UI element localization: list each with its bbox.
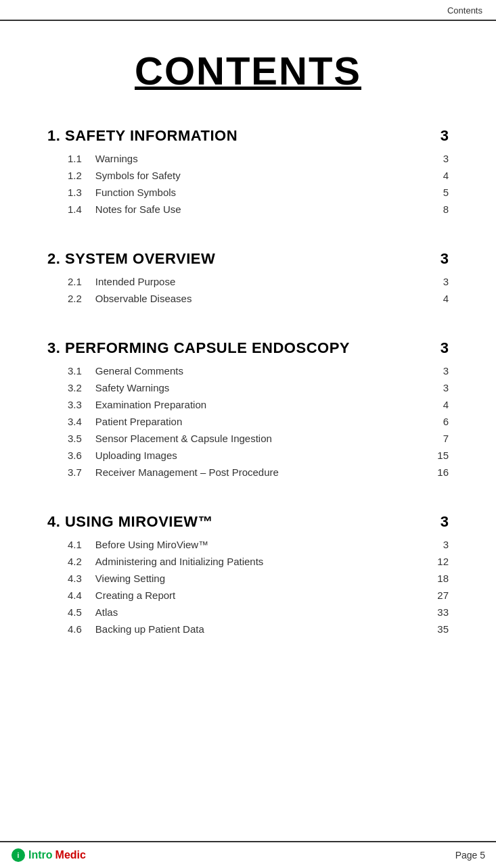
subsection-4-4-title: Creating a Report — [95, 589, 175, 601]
subsection-1-2: 1.2Symbols for Safety4 — [47, 167, 449, 184]
subsection-4-1-number: 4.1 — [68, 539, 82, 550]
subsection-2-2: 2.2Observable Diseases4 — [47, 290, 449, 307]
subsection-3-2-page: 3 — [428, 382, 449, 393]
subsection-3-7-title: Receiver Management – Post Procedure — [95, 466, 279, 478]
footer-bar: i IntroMedic Page 5 — [0, 841, 496, 868]
subsection-3-7-number: 3.7 — [68, 466, 82, 478]
section-1-header: 1. SAFETY INFORMATION3 — [47, 127, 449, 145]
subsection-4-1-title: Before Using MiroView™ — [95, 539, 208, 550]
subsection-4-5-title: Atlas — [95, 606, 118, 618]
subsection-3-1-page: 3 — [428, 365, 449, 377]
subsection-1-4-number: 1.4 — [68, 203, 82, 215]
subsection-1-4-page: 8 — [428, 203, 449, 215]
subsection-4-1-page: 3 — [428, 539, 449, 550]
section-1: 1. SAFETY INFORMATION31.1Warnings31.2Sym… — [47, 127, 449, 218]
subsection-3-3-number: 3.3 — [68, 399, 82, 410]
subsection-4-3-title: Viewing Setting — [95, 573, 165, 584]
subsection-3-6-number: 3.6 — [68, 450, 82, 461]
subsection-2-1-number: 2.1 — [68, 276, 82, 287]
subsection-4-3: 4.3Viewing Setting18 — [47, 570, 449, 587]
subsection-4-2-page: 12 — [428, 556, 449, 567]
subsection-3-1-title: General Comments — [95, 365, 183, 377]
subsection-3-1: 3.1General Comments3 — [47, 362, 449, 379]
subsection-1-3-title: Function Symbols — [95, 187, 176, 198]
subsection-3-6-title: Uploading Images — [95, 450, 177, 461]
subsection-3-1-number: 3.1 — [68, 365, 82, 377]
footer-logo: i IntroMedic — [11, 848, 86, 863]
subsection-2-2-page: 4 — [428, 293, 449, 304]
subsection-4-1: 4.1Before Using MiroView™3 — [47, 536, 449, 553]
subsection-3-5-title: Sensor Placement & Capsule Ingestion — [95, 433, 272, 444]
section-2-title: 2. SYSTEM OVERVIEW — [47, 250, 215, 268]
section-4-title: 4. USING MIROVIEW™ — [47, 513, 213, 531]
logo-intro-text: Intro — [28, 849, 53, 861]
subsection-3-5: 3.5Sensor Placement & Capsule Ingestion7 — [47, 430, 449, 447]
subsection-4-2: 4.2Administering and Initializing Patien… — [47, 553, 449, 570]
subsection-4-3-page: 18 — [428, 573, 449, 584]
subsection-1-1-title: Warnings — [95, 153, 138, 164]
subsection-3-5-number: 3.5 — [68, 433, 82, 444]
section-4-page: 3 — [441, 513, 449, 531]
subsection-4-6-title: Backing up Patient Data — [95, 623, 204, 635]
subsection-1-3-number: 1.3 — [68, 187, 82, 198]
section-1-title: 1. SAFETY INFORMATION — [47, 127, 238, 145]
section-2: 2. SYSTEM OVERVIEW32.1Intended Purpose32… — [47, 250, 449, 307]
subsection-4-6-page: 35 — [428, 623, 449, 635]
intromedic-logo-icon: i — [11, 848, 26, 863]
subsection-4-6-number: 4.6 — [68, 623, 82, 635]
subsection-3-2-number: 3.2 — [68, 382, 82, 393]
subsection-3-2: 3.2Safety Warnings3 — [47, 379, 449, 396]
subsection-3-4-page: 6 — [428, 416, 449, 427]
subsection-3-4-title: Patient Preparation — [95, 416, 182, 427]
section-4-header: 4. USING MIROVIEW™3 — [47, 513, 449, 531]
subsection-3-3-page: 4 — [428, 399, 449, 410]
subsection-4-5-number: 4.5 — [68, 606, 82, 618]
footer-page: Page 5 — [455, 850, 485, 861]
subsection-4-4-page: 27 — [428, 589, 449, 601]
subsection-4-4-number: 4.4 — [68, 589, 82, 601]
subsection-1-2-title: Symbols for Safety — [95, 170, 181, 181]
subsection-3-3: 3.3Examination Preparation4 — [47, 396, 449, 413]
section-3-title: 3. PERFORMING CAPSULE ENDOSCOPY — [47, 339, 350, 357]
subsection-1-1: 1.1Warnings3 — [47, 150, 449, 167]
subsection-2-1-page: 3 — [428, 276, 449, 287]
header-text: Contents — [447, 5, 482, 16]
subsection-1-1-number: 1.1 — [68, 153, 82, 164]
subsection-2-1-title: Intended Purpose — [95, 276, 175, 287]
section-2-page: 3 — [441, 250, 449, 268]
subsection-4-5-page: 33 — [428, 606, 449, 618]
section-1-page: 3 — [441, 127, 449, 145]
subsection-1-2-page: 4 — [428, 170, 449, 181]
section-3-page: 3 — [441, 339, 449, 357]
subsection-3-4-number: 3.4 — [68, 416, 82, 427]
subsection-3-4: 3.4Patient Preparation6 — [47, 413, 449, 430]
subsection-2-2-title: Observable Diseases — [95, 293, 192, 304]
section-3-header: 3. PERFORMING CAPSULE ENDOSCOPY3 — [47, 339, 449, 357]
section-4: 4. USING MIROVIEW™34.1Before Using MiroV… — [47, 513, 449, 637]
subsection-3-6-page: 15 — [428, 450, 449, 461]
subsection-1-2-number: 1.2 — [68, 170, 82, 181]
subsection-4-4: 4.4Creating a Report27 — [47, 587, 449, 604]
page-title: CONTENTS — [47, 48, 449, 93]
subsection-4-5: 4.5Atlas33 — [47, 604, 449, 621]
subsection-2-1: 2.1Intended Purpose3 — [47, 273, 449, 290]
subsection-3-7: 3.7Receiver Management – Post Procedure1… — [47, 464, 449, 481]
subsection-1-4: 1.4Notes for Safe Use8 — [47, 201, 449, 218]
subsection-1-3-page: 5 — [428, 187, 449, 198]
subsection-4-2-number: 4.2 — [68, 556, 82, 567]
subsection-3-5-page: 7 — [428, 433, 449, 444]
subsection-4-2-title: Administering and Initializing Patients — [95, 556, 263, 567]
subsection-2-2-number: 2.2 — [68, 293, 82, 304]
subsection-1-3: 1.3Function Symbols5 — [47, 184, 449, 201]
section-2-header: 2. SYSTEM OVERVIEW3 — [47, 250, 449, 268]
subsection-3-3-title: Examination Preparation — [95, 399, 206, 410]
svg-text:i: i — [18, 852, 20, 859]
subsection-1-1-page: 3 — [428, 153, 449, 164]
subsection-4-3-number: 4.3 — [68, 573, 82, 584]
section-3: 3. PERFORMING CAPSULE ENDOSCOPY33.1Gener… — [47, 339, 449, 481]
subsection-3-7-page: 16 — [428, 466, 449, 478]
subsection-3-2-title: Safety Warnings — [95, 382, 170, 393]
subsection-1-4-title: Notes for Safe Use — [95, 203, 181, 215]
logo-medic-text: Medic — [55, 849, 86, 861]
header-bar: Contents — [0, 0, 496, 21]
